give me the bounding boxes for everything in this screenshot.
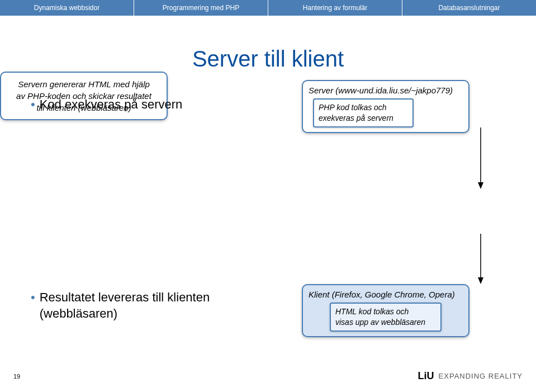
bullet-dot-icon: • xyxy=(31,290,35,306)
bullet-dot-icon: • xyxy=(31,97,35,113)
bullet-resultatet: • Resultatet levereras till klienten (we… xyxy=(31,290,210,322)
bullet-kod-exekveras: • Kod exekveras på servern xyxy=(31,97,182,113)
topbar-item-2: Programmering med PHP xyxy=(134,0,268,16)
svg-marker-1 xyxy=(478,182,483,189)
middle-box: Servern genererar HTML med hjälp av PHP-… xyxy=(0,72,168,120)
arrow-server-to-middle xyxy=(475,127,486,189)
footer: 19 LiU EXPANDING REALITY xyxy=(0,370,536,382)
slide-title: Server till klient xyxy=(0,46,536,72)
server-inner-box: PHP kod tolkas och exekveras på servern xyxy=(313,98,414,127)
topbar-item-1: Dynamiska webbsidor xyxy=(0,0,134,16)
svg-marker-3 xyxy=(478,277,483,284)
bullet-text: Kod exekveras på servern xyxy=(40,97,183,113)
bullet-bottom-l1: Resultatet levereras till klienten xyxy=(40,290,210,304)
logo-tagline: EXPANDING REALITY xyxy=(439,372,523,380)
topbar-item-3: Hantering av formulär xyxy=(268,0,402,16)
client-inner-line1: HTML kod tolkas och xyxy=(335,307,409,316)
content-area: • Kod exekveras på servern Server (www-u… xyxy=(0,72,536,362)
server-box: Server (www-und.ida.liu.se/~jakpo779) PH… xyxy=(302,80,469,133)
logo-text: LiU xyxy=(418,370,434,382)
client-box-label: Klient (Firefox, Google Chrome, Opera) xyxy=(309,290,463,299)
topbar-item-4: Databasanslutningar xyxy=(402,0,536,16)
bullet-bottom-l2: (webbläsaren) xyxy=(40,306,117,320)
client-inner-box: HTML kod tolkas och visas upp av webbläs… xyxy=(330,303,442,332)
server-inner-line2: exekveras på servern xyxy=(319,114,393,122)
topbar: Dynamiska webbsidor Programmering med PH… xyxy=(0,0,536,16)
server-box-label: Server (www-und.ida.liu.se/~jakpo779) xyxy=(309,86,463,95)
bullet-text: Resultatet levereras till klienten (webb… xyxy=(40,290,210,322)
arrow-middle-to-client xyxy=(475,234,486,284)
server-inner-line1: PHP kod tolkas och xyxy=(319,103,387,112)
client-box: Klient (Firefox, Google Chrome, Opera) H… xyxy=(302,284,469,337)
logo: LiU EXPANDING REALITY xyxy=(418,370,523,382)
client-inner-line2: visas upp av webbläsaren xyxy=(335,318,425,327)
page-number: 19 xyxy=(13,373,20,380)
middle-line1: Servern genererar HTML med hjälp xyxy=(18,79,150,89)
